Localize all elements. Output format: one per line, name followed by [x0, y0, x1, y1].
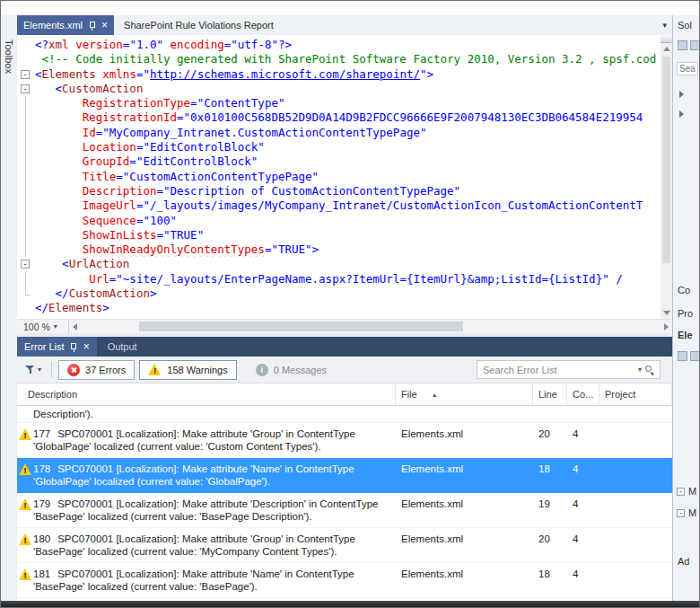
warning-icon: [19, 568, 32, 580]
code-line: ShowInLists="TRUE": [17, 228, 661, 242]
column-header-line[interactable]: Line: [533, 383, 567, 405]
scroll-left-icon[interactable]: [73, 323, 77, 330]
vertical-scrollbar[interactable]: [661, 35, 672, 319]
fold-toggle-icon[interactable]: -: [21, 70, 30, 79]
icon-cell: [17, 463, 33, 488]
scroll-right-icon[interactable]: [664, 323, 669, 330]
tab-error-list[interactable]: Error List ×: [17, 337, 97, 357]
tab-output[interactable]: Output: [97, 337, 148, 357]
outlining-margin: [17, 126, 35, 140]
error-number: 181: [33, 568, 50, 579]
sidebar-toolbar-icons: [678, 40, 700, 50]
tab-overflow-icon[interactable]: ▾: [662, 21, 667, 30]
error-file: Elements.xml: [396, 498, 533, 523]
search-icon[interactable]: [644, 365, 655, 375]
horizontal-scrollbar[interactable]: [69, 320, 672, 333]
scrollbar-thumb[interactable]: [139, 322, 464, 331]
code-window-fragment[interactable]: Co: [678, 285, 690, 295]
tree-item[interactable]: - M: [677, 486, 696, 497]
tree-expand-icon[interactable]: [679, 110, 684, 118]
tab-sharepoint-rule-violations-report[interactable]: SharePoint Rule Violations Report: [114, 15, 284, 35]
column-label: Project: [605, 389, 635, 400]
advanced-fragment: Ad: [678, 556, 689, 567]
error-list-toolbar: ▾ 37 Errors 158 Warnings i 0 Messages: [17, 357, 672, 383]
column-header-file[interactable]: File ▲: [396, 383, 533, 405]
errors-filter-button[interactable]: 37 Errors: [58, 360, 135, 380]
chevron-down-icon[interactable]: ▾: [635, 366, 644, 374]
sidebar-search-box[interactable]: Sea: [677, 62, 698, 75]
chevron-down-icon: ▾: [54, 322, 57, 330]
tree-item-label: M: [688, 507, 696, 518]
code-text: </Elements>: [35, 301, 661, 315]
document-tabstrip: Elements.xml × SharePoint Rule Violation…: [1, 15, 672, 35]
warning-icon: [148, 364, 162, 375]
error-row[interactable]: 179SPC070001 [Localization]: Make attrib…: [17, 493, 672, 528]
column-header-project[interactable]: Project: [599, 383, 672, 405]
scrollbar-track[interactable]: [661, 55, 672, 307]
code-text: Title="CustomActionContentTypePage": [35, 170, 661, 184]
solution-explorer-title[interactable]: Sol: [678, 20, 692, 31]
scroll-down-icon[interactable]: [663, 311, 670, 315]
window-top-strip: [1, 1, 699, 15]
code-text: <!-- Code initially generated with Share…: [35, 52, 661, 66]
error-row[interactable]: 181SPC070001 [Localization]: Make attrib…: [17, 563, 672, 598]
outlining-margin: [17, 52, 35, 66]
fold-toggle-icon[interactable]: -: [21, 84, 30, 93]
column-header-column[interactable]: Co...: [567, 383, 599, 405]
warnings-filter-button[interactable]: 158 Warnings: [139, 360, 236, 380]
right-dock-sidebar: Sol Sea Co Pro Ele - M - M Ad: [672, 15, 700, 601]
filter-icon: [25, 366, 35, 374]
error-project: [599, 533, 672, 558]
error-project: [599, 568, 672, 593]
tab-elements-xml[interactable]: Elements.xml ×: [17, 15, 114, 35]
tree-collapse-icon[interactable]: -: [677, 488, 685, 496]
pin-icon[interactable]: [88, 21, 96, 31]
scrollbar-thumb[interactable]: [662, 57, 670, 263]
sort-ascending-icon: ▲: [432, 392, 438, 398]
close-icon[interactable]: ×: [101, 21, 108, 30]
tree-item[interactable]: - M: [677, 507, 696, 518]
error-row[interactable]: 178SPC070001 [Localization]: Make attrib…: [17, 458, 672, 493]
scrollbar-track[interactable]: [81, 320, 661, 333]
filter-button[interactable]: ▾: [22, 364, 45, 376]
properties-title[interactable]: Pro: [678, 308, 693, 319]
warning-icon: [19, 498, 32, 510]
search-input[interactable]: [477, 365, 635, 375]
messages-filter-button[interactable]: i 0 Messages: [249, 364, 334, 376]
column-header-description[interactable]: Description: [17, 383, 396, 405]
tool-window-tabstrip: Error List × Output: [17, 337, 672, 357]
error-file: Elements.xml: [396, 463, 533, 488]
error-description: Description').: [33, 408, 396, 420]
zoom-control[interactable]: 100 % ▾: [17, 320, 69, 333]
scroll-up-icon[interactable]: [663, 47, 670, 51]
icon-cell: [17, 427, 33, 453]
error-description: 179SPC070001 [Localization]: Make attrib…: [33, 498, 396, 523]
toolbar-separator: [51, 362, 52, 378]
fold-toggle-icon[interactable]: -: [21, 260, 30, 269]
tree-collapse-icon[interactable]: -: [677, 509, 685, 517]
error-row[interactable]: 180SPC070001 [Localization]: Make attrib…: [17, 528, 672, 563]
xml-editor[interactable]: <?xml version="1.0" encoding="utf-8"?><!…: [17, 35, 672, 319]
code-text: ImageUrl="/_layouts/images/MyCompany_Int…: [35, 198, 661, 213]
code-text: ShowInReadyOnlyContentTypes="TRUE">: [35, 242, 661, 257]
tree-expand-icon[interactable]: [679, 91, 684, 98]
error-project: [599, 427, 672, 453]
error-file: Elements.xml: [396, 533, 533, 558]
splitter-handle-icon[interactable]: [661, 35, 672, 43]
outline-guide-end: [25, 286, 26, 295]
toolbox-strip: Toolbox: [1, 35, 17, 601]
outlining-margin: [17, 140, 35, 154]
error-row[interactable]: 177SPC070001 [Localization]: Make attrib…: [17, 423, 672, 458]
search-error-list-box[interactable]: ▾: [477, 360, 661, 379]
code-line: Id="MyCompany_Intranet.CustomActionConte…: [17, 126, 661, 140]
code-text: <?xml version="1.0" encoding="utf-8"?>: [35, 38, 661, 52]
error-description: 178SPC070001 [Localization]: Make attrib…: [33, 463, 396, 488]
error-project: [599, 498, 672, 523]
toolbox-tab[interactable]: Toolbox: [4, 40, 14, 74]
pin-icon[interactable]: [70, 342, 78, 352]
error-row-partial[interactable]: Description').: [17, 406, 672, 423]
close-icon[interactable]: ×: [83, 342, 90, 351]
outline-guide: [25, 228, 26, 242]
code-line: </CustomAction>: [17, 286, 661, 301]
icon-cell: [17, 408, 33, 420]
